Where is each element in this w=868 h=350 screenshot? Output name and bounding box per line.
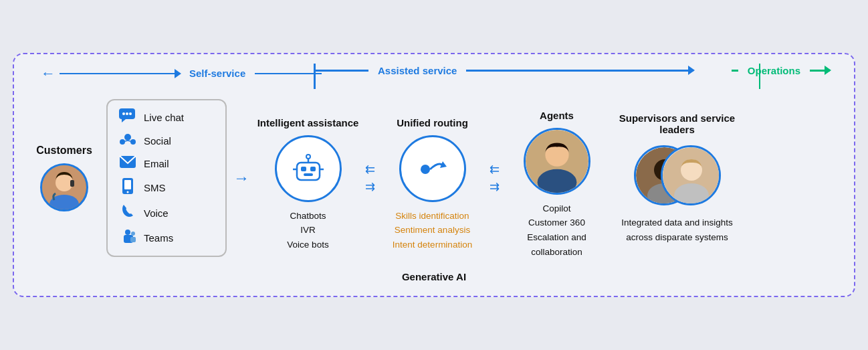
agents-item-3: Escalation and collaboration [505,230,609,259]
customer-avatar [40,163,88,211]
svg-marker-5 [122,119,126,122]
svg-point-27 [306,155,310,159]
supervisor-avatar-b [661,145,721,205]
ia-item-2: IVR [287,223,328,238]
ia-items: Chatbots IVR Voice bots [287,209,328,252]
channel-live-chat: Live chat [118,108,215,126]
svg-point-20 [131,232,135,236]
svg-point-17 [127,191,129,193]
svg-rect-3 [70,180,74,187]
top-arrow-bar: ← Self-service Assisted service Operatio… [27,65,841,88]
svg-point-6 [122,112,125,115]
arrow-left2: ⇇ [490,162,500,177]
arrow-right2: ⇉ [490,179,500,194]
social-label: Social [144,135,171,147]
svg-rect-25 [304,173,313,176]
channels-box: Live chat Social [106,99,227,257]
stage-agents: Agents Copilot Customer 360 Escalation a… [505,97,609,259]
customers-label: Customers [36,145,92,157]
customers-column: Customers [27,145,101,211]
stage-unified-routing: Unified routing Skills identification Se… [381,104,484,252]
channel-email: Email [118,155,215,172]
channels-to-ia-arrow: → [233,169,249,187]
assisted-service-label: Assisted service [378,65,457,76]
assisted-service-arrow: Assisted service [315,65,693,76]
svg-point-30 [421,165,430,174]
routing-item-3: Intent determination [393,238,472,252]
routing-items: Skills identification Sentiment analysis… [393,209,472,252]
svg-rect-24 [310,167,316,171]
agents-title: Agents [540,97,574,121]
stage-intelligent-assistance: Intelligent assistance Chatbots IVR Voic [256,104,360,252]
self-service-label: Self-service [189,68,245,79]
supervisors-title: Supervisors and service leaders [615,111,739,135]
agents-circle [524,128,590,195]
svg-point-7 [126,112,128,115]
voice-label: Voice [144,207,169,219]
live-chat-icon [118,108,137,126]
svg-point-8 [129,112,132,115]
agent-avatar [526,129,588,193]
ia-to-routing-arrows: ⇇ ⇉ [365,162,375,194]
sms-icon [118,177,137,198]
ia-item-3: Voice bots [287,238,328,252]
sms-label: SMS [144,182,166,193]
ia-circle [275,135,342,202]
operations-label: Operations [748,65,800,76]
routing-to-agents-arrows: ⇇ ⇉ [490,162,500,194]
channel-sms: SMS [118,177,215,198]
robot-icon [289,149,328,188]
teams-label: Teams [144,232,173,244]
channel-social: Social [118,132,215,150]
svg-rect-21 [130,237,136,242]
routing-title: Unified routing [397,104,468,128]
routing-circle [399,135,466,202]
svg-point-9 [124,134,131,141]
svg-rect-23 [301,167,306,171]
operations-arrow: Operations [732,65,830,76]
main-content: Customers [27,97,841,259]
live-chat-label: Live chat [144,112,184,123]
agents-item-1: Copilot [505,201,609,216]
customer-avatar-svg [42,165,86,209]
routing-item-2: Sentiment analysis [393,223,472,238]
channel-voice: Voice [118,203,215,223]
arrow-right: ⇉ [365,179,375,194]
email-icon [118,155,137,172]
agents-items: Copilot Customer 360 Escalation and coll… [505,201,609,259]
ia-title: Intelligent assistance [257,104,359,128]
svg-rect-22 [297,163,320,180]
self-service-arrow: ← Self-service [41,65,322,82]
supervisors-item-1: Integrated data and insights across disp… [615,215,739,244]
channels-column: Live chat Social [106,99,227,257]
agents-item-2: Customer 360 [505,215,609,230]
bottom-label: Generative AI [27,271,841,282]
ia-item-1: Chatbots [287,209,328,224]
stage-supervisors: Supervisors and service leaders [615,111,739,244]
routing-item-1: Skills identification [393,209,472,224]
voice-icon [118,203,137,223]
supervisors-circles [634,142,721,209]
supervisors-items: Integrated data and insights across disp… [615,215,739,244]
diagram-container: ← Self-service Assisted service Operatio… [13,53,855,297]
channel-teams: Teams [118,228,215,248]
email-label: Email [144,158,169,169]
svg-point-19 [125,230,130,235]
arrow-left: ⇇ [365,162,375,177]
routing-icon [413,149,452,188]
social-icon [118,132,137,150]
svg-rect-16 [124,180,131,189]
teams-icon [118,228,137,248]
